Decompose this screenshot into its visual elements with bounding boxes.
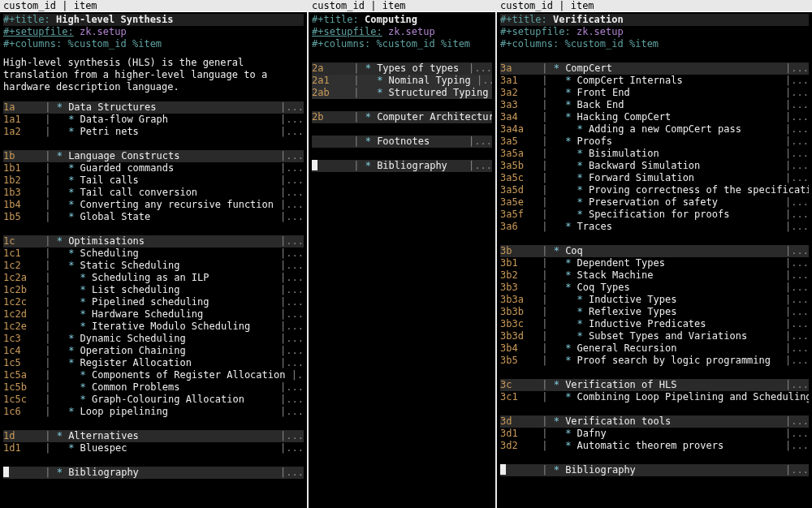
custom-id: 1c5c bbox=[3, 394, 39, 406]
outline-heading[interactable]: 3a | * CompCert |... bbox=[500, 62, 809, 75]
outline-item[interactable]: 3a5e | * Preservation of safety |... bbox=[500, 196, 809, 209]
outline-heading[interactable]: | * Bibliography |... bbox=[3, 467, 304, 479]
separator: | bbox=[536, 269, 554, 282]
title-line: #+title: High-level Synthesis bbox=[3, 14, 304, 26]
outline-item[interactable]: 1b2 | * Tail calls |... bbox=[3, 174, 304, 187]
outline-item[interactable]: 3a5f | * Specification for proofs |... bbox=[500, 209, 809, 221]
custom-id: 3b bbox=[500, 245, 536, 257]
outline-heading[interactable]: 1c | * Optimisations |... bbox=[3, 235, 304, 248]
outline-item[interactable]: 1d1 | * Bluespec |... bbox=[3, 442, 304, 454]
outline-item[interactable]: 2a1 | * Nominal Typing |... bbox=[312, 75, 492, 87]
outline-item[interactable]: 1c2b | * List scheduling |... bbox=[3, 284, 304, 296]
outline-heading[interactable]: 1d | * Alternatives |... bbox=[3, 430, 304, 442]
outline-item[interactable]: 1b5 | * Global State |... bbox=[3, 211, 304, 223]
outline-item[interactable]: 3b3 | * Coq Types |... bbox=[500, 282, 809, 294]
outline-item[interactable]: 3d2 | * Automatic theorem provers |... bbox=[500, 440, 809, 452]
outline-item[interactable]: 1c2d | * Hardware Scheduling |... bbox=[3, 308, 304, 321]
outline-item[interactable]: 1b3 | * Tail call conversion |... bbox=[3, 187, 304, 199]
modeline: custom_id | item bbox=[0, 0, 307, 12]
outline-item[interactable]: 3b2 | * Stack Machine |... bbox=[500, 269, 809, 282]
outline-heading[interactable]: 1a | * Data Structures |... bbox=[3, 101, 304, 114]
outline-item[interactable]: 3a3 | * Back End |... bbox=[500, 99, 809, 111]
outline-item[interactable]: 3b3a | * Inductive Types |... bbox=[500, 294, 809, 306]
outline-item[interactable]: 3a4 | * Hacking CompCert |... bbox=[500, 111, 809, 123]
outline-item[interactable]: 1a2 | * Petri nets |... bbox=[3, 126, 304, 138]
outline-heading[interactable]: | * Bibliography |... bbox=[500, 464, 809, 476]
outline-item[interactable]: 2ab | * Structured Typing |... bbox=[312, 87, 492, 99]
item-title: Computer Architecture bbox=[377, 111, 492, 123]
item-title: Stack Machine bbox=[577, 269, 654, 282]
outline-item[interactable]: 3b3d | * Subset Types and Variations |..… bbox=[500, 330, 809, 342]
outline-item[interactable]: 1c4 | * Operation Chaining |... bbox=[3, 345, 304, 357]
item-title: Proofs bbox=[577, 136, 612, 148]
outline-item[interactable]: 3a5b | * Backward Simulation |... bbox=[500, 160, 809, 172]
outline-item[interactable]: 3a5c | * Forward Simulation |... bbox=[500, 172, 809, 184]
item-title: Front End bbox=[577, 87, 630, 99]
item-title: Nominal Typing bbox=[389, 75, 471, 87]
outline-item[interactable]: 1c2a | * Scheduling as an ILP |... bbox=[3, 272, 304, 284]
buffer-body[interactable]: #+title: Verification#+setupfile: zk.set… bbox=[497, 12, 812, 508]
outline-item[interactable]: 3d1 | * Dafny |... bbox=[500, 428, 809, 440]
separator: | bbox=[536, 391, 554, 403]
custom-id: 2ab bbox=[312, 87, 348, 99]
custom-id: 1c2a bbox=[3, 272, 39, 284]
outline-item[interactable]: 1c1 | * Scheduling |... bbox=[3, 248, 304, 260]
item-title: Bibliography bbox=[565, 464, 636, 476]
separator: | bbox=[348, 136, 365, 148]
outline-heading[interactable]: | * Footnotes |... bbox=[312, 136, 492, 148]
outline-heading[interactable]: | * Bibliography |... bbox=[312, 160, 492, 172]
custom-id: 3a5f bbox=[500, 209, 536, 221]
custom-id: 3b5 bbox=[500, 355, 536, 367]
outline-item[interactable]: 3a5d | * Proving correctness of the spec… bbox=[500, 184, 809, 196]
outline-item[interactable]: 1b4 | * Converting any recursive functio… bbox=[3, 199, 304, 211]
outline-item[interactable]: 3a2 | * Front End |... bbox=[500, 87, 809, 99]
outline-item[interactable]: 1c5 | * Register Allocation |... bbox=[3, 357, 304, 369]
ellipsis: |... bbox=[274, 248, 304, 260]
outline-item[interactable]: 3b3c | * Inductive Predicates |... bbox=[500, 318, 809, 330]
ellipsis: |... bbox=[274, 394, 304, 406]
ellipsis: |... bbox=[463, 160, 492, 172]
separator: | bbox=[39, 430, 57, 442]
ellipsis: |... bbox=[274, 357, 304, 369]
item-title: Types of types bbox=[377, 62, 459, 75]
outline-item[interactable]: 3b3b | * Reflexive Types |... bbox=[500, 306, 809, 318]
item-title: General Recursion bbox=[577, 342, 677, 355]
outline-item[interactable]: 3c1 | * Combining Loop Pipelining and Sc… bbox=[500, 391, 809, 403]
outline-item[interactable]: 1c5c | * Graph-Colouring Allocation |... bbox=[3, 394, 304, 406]
ellipsis: |... bbox=[274, 235, 304, 248]
outline-item[interactable]: 3b4 | * General Recursion |... bbox=[500, 342, 809, 355]
item-title: Preservation of safety bbox=[589, 196, 718, 209]
ellipsis: |... bbox=[780, 355, 809, 367]
ellipsis: |... bbox=[274, 308, 304, 321]
outline-item[interactable]: 3b5 | * Proof search by logic programmin… bbox=[500, 355, 809, 367]
outline-heading[interactable]: 2b | * Computer Architecture |... bbox=[312, 111, 492, 123]
outline-item[interactable]: 1c2e | * Iterative Modulo Scheduling |..… bbox=[3, 321, 304, 333]
item-title: Alternatives bbox=[68, 430, 139, 442]
item-title: Backward Simulation bbox=[589, 160, 700, 172]
outline-item[interactable]: 3a4a | * Adding a new CompCert pass |... bbox=[500, 123, 809, 136]
separator: | bbox=[39, 248, 57, 260]
title-line: #+title: Computing bbox=[312, 14, 492, 26]
buffer-body[interactable]: #+title: High-level Synthesis#+setupfile… bbox=[0, 12, 307, 508]
outline-heading[interactable]: 2a | * Types of types |... bbox=[312, 62, 492, 75]
outline-item[interactable]: 3a6 | * Traces |... bbox=[500, 221, 809, 233]
outline-item[interactable]: 3a1 | * CompCert Internals |... bbox=[500, 75, 809, 87]
outline-item[interactable]: 1c2 | * Static Scheduling |... bbox=[3, 260, 304, 272]
outline-item[interactable]: 1c6 | * Loop pipelining |... bbox=[3, 406, 304, 418]
outline-heading[interactable]: 3c | * Verification of HLS |... bbox=[500, 379, 809, 391]
outline-heading[interactable]: 1b | * Language Constructs |... bbox=[3, 150, 304, 162]
outline-item[interactable]: 1c3 | * Dynamic Scheduling |... bbox=[3, 333, 304, 345]
outline-heading[interactable]: 3d | * Verification tools |... bbox=[500, 415, 809, 428]
outline-item[interactable]: 1c5b | * Common Problems |... bbox=[3, 381, 304, 394]
outline-heading[interactable]: 3b | * Coq |... bbox=[500, 245, 809, 257]
outline-item[interactable]: 3a5 | * Proofs |... bbox=[500, 136, 809, 148]
custom-id: 1a1 bbox=[3, 114, 39, 126]
buffer-body[interactable]: #+title: Computing#+setupfile: zk.setup#… bbox=[309, 12, 495, 508]
outline-item[interactable]: 1c5a | * Components of Register Allocati… bbox=[3, 369, 304, 381]
outline-item[interactable]: 1c2c | * Pipelined scheduling |... bbox=[3, 296, 304, 308]
outline-item[interactable]: 3a5a | * Bisimulation |... bbox=[500, 148, 809, 160]
outline-item[interactable]: 1a1 | * Data-flow Graph |... bbox=[3, 114, 304, 126]
outline-item[interactable]: 1b1 | * Guarded commands |... bbox=[3, 162, 304, 174]
outline-item[interactable]: 3b1 | * Dependent Types |... bbox=[500, 257, 809, 269]
bullet-star: * bbox=[80, 321, 92, 333]
